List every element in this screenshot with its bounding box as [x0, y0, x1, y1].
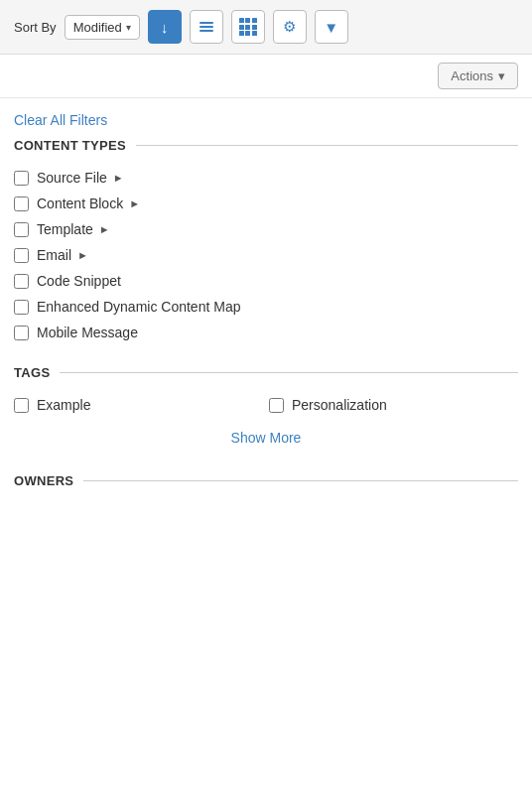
code-snippet-checkbox[interactable] — [14, 274, 29, 289]
tags-title: TAGS — [14, 365, 50, 380]
list-item: Example — [14, 392, 263, 418]
list-item: Email ► — [14, 242, 518, 268]
list-view-button[interactable] — [190, 10, 223, 44]
chevron-right-icon: ► — [129, 197, 140, 209]
content-block-text: Content Block — [37, 196, 123, 211]
owners-divider — [83, 480, 518, 481]
actions-bar: Actions ▾ — [0, 55, 532, 98]
tags-divider — [60, 372, 518, 373]
mobile-message-text: Mobile Message — [37, 325, 138, 340]
content-types-divider — [136, 145, 518, 146]
source-file-label[interactable]: Source File ► — [37, 170, 124, 186]
owners-header: OWNERS — [14, 473, 518, 488]
example-text: Example — [37, 397, 90, 413]
sort-label: Sort By — [14, 20, 57, 35]
edcm-label[interactable]: Enhanced Dynamic Content Map — [37, 299, 240, 315]
settings-button[interactable]: ⚙ — [273, 10, 307, 44]
sort-direction-button[interactable]: ↓ — [148, 10, 182, 44]
sort-caret: ▾ — [126, 22, 131, 33]
personalization-text: Personalization — [292, 397, 387, 413]
list-icon — [200, 22, 213, 32]
list-item: Code Snippet — [14, 268, 518, 294]
content-types-section: CONTENT TYPES Source File ► Content Bloc… — [14, 138, 518, 345]
tags-grid: Example Personalization — [14, 392, 518, 418]
sidebar: Clear All Filters CONTENT TYPES Source F… — [0, 98, 532, 488]
list-item: Enhanced Dynamic Content Map — [14, 294, 518, 320]
edcm-checkbox[interactable] — [14, 300, 29, 315]
content-block-checkbox[interactable] — [14, 196, 29, 211]
source-file-checkbox[interactable] — [14, 171, 29, 186]
clear-filters-link[interactable]: Clear All Filters — [14, 98, 107, 138]
code-snippet-label[interactable]: Code Snippet — [37, 273, 121, 289]
toolbar: Sort By Modified ▾ ↓ ⚙ ▼ — [0, 0, 532, 55]
chevron-right-icon: ► — [77, 249, 88, 261]
list-item: Source File ► — [14, 165, 518, 191]
list-item: Content Block ► — [14, 191, 518, 216]
gear-icon: ⚙ — [283, 18, 296, 36]
example-checkbox[interactable] — [14, 398, 29, 413]
show-more-link[interactable]: Show More — [14, 418, 518, 454]
source-file-text: Source File — [37, 170, 107, 186]
owners-title: OWNERS — [14, 473, 73, 488]
grid-icon — [239, 18, 257, 36]
code-snippet-text: Code Snippet — [37, 273, 121, 289]
template-label[interactable]: Template ► — [37, 221, 110, 237]
email-label[interactable]: Email ► — [37, 247, 88, 263]
arrow-down-icon: ↓ — [161, 19, 169, 36]
mobile-message-checkbox[interactable] — [14, 326, 29, 340]
template-checkbox[interactable] — [14, 222, 29, 237]
sort-value: Modified — [73, 20, 122, 35]
actions-button[interactable]: Actions ▾ — [438, 63, 518, 89]
chevron-right-icon: ► — [99, 223, 110, 235]
personalization-checkbox[interactable] — [269, 398, 284, 413]
list-item: Mobile Message — [14, 320, 518, 345]
actions-caret: ▾ — [498, 68, 505, 83]
edcm-text: Enhanced Dynamic Content Map — [37, 299, 240, 315]
content-types-title: CONTENT TYPES — [14, 138, 126, 153]
sort-dropdown[interactable]: Modified ▾ — [65, 15, 140, 40]
example-label[interactable]: Example — [37, 397, 90, 413]
personalization-label[interactable]: Personalization — [292, 397, 387, 413]
grid-view-button[interactable] — [231, 10, 265, 44]
tags-header: TAGS — [14, 365, 518, 380]
list-item: Template ► — [14, 216, 518, 242]
list-item: Personalization — [269, 392, 518, 418]
mobile-message-label[interactable]: Mobile Message — [37, 325, 138, 340]
email-text: Email — [37, 247, 71, 263]
content-block-label[interactable]: Content Block ► — [37, 196, 140, 211]
filter-button[interactable]: ▼ — [315, 10, 348, 44]
actions-label: Actions — [451, 68, 493, 83]
template-text: Template — [37, 221, 93, 237]
tags-section: TAGS Example Personalization Show More — [14, 365, 518, 454]
owners-section: OWNERS — [14, 473, 518, 488]
content-types-header: CONTENT TYPES — [14, 138, 518, 153]
chevron-right-icon: ► — [113, 172, 124, 184]
filter-icon: ▼ — [324, 19, 338, 36]
email-checkbox[interactable] — [14, 248, 29, 263]
